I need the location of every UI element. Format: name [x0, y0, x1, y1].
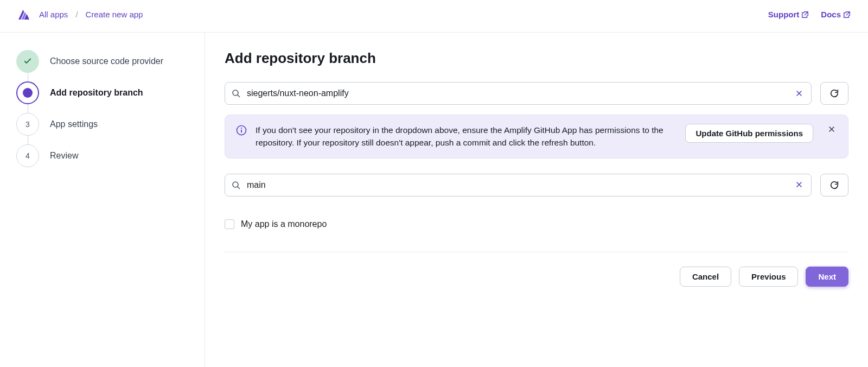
- step-label: Add repository branch: [50, 88, 143, 98]
- close-icon: [796, 181, 802, 188]
- cancel-button[interactable]: Cancel: [680, 267, 731, 287]
- svg-point-2: [241, 128, 242, 129]
- docs-link[interactable]: Docs: [821, 10, 851, 19]
- clear-repo-button[interactable]: [794, 86, 805, 102]
- support-label: Support: [768, 10, 800, 19]
- topbar-left: All apps / Create new app: [17, 8, 143, 21]
- amplify-logo-icon: [17, 8, 30, 21]
- main-content: Add repository branch If you don't see y…: [205, 33, 868, 367]
- breadcrumb-all-apps[interactable]: All apps: [39, 10, 68, 19]
- step-review[interactable]: 4 Review: [16, 144, 188, 176]
- branch-input[interactable]: [247, 180, 794, 190]
- monorepo-label[interactable]: My app is a monorepo: [241, 219, 327, 229]
- step-app-settings[interactable]: 3 App settings: [16, 113, 188, 144]
- topbar-right: Support Docs: [768, 10, 851, 19]
- breadcrumb-separator: /: [75, 10, 78, 19]
- update-github-permissions-button[interactable]: Update GitHub permissions: [685, 124, 813, 143]
- external-link-icon: [801, 11, 809, 18]
- step-label: Choose source code provider: [50, 56, 163, 66]
- refresh-repo-button[interactable]: [820, 82, 848, 105]
- check-icon: [23, 56, 33, 66]
- step-number: 3: [16, 113, 39, 136]
- refresh-icon: [829, 180, 839, 190]
- svg-rect-3: [241, 130, 242, 133]
- monorepo-checkbox[interactable]: [225, 219, 234, 229]
- info-message: If you don't see your repository in the …: [256, 124, 676, 149]
- close-icon: [828, 126, 835, 132]
- step-done-indicator: [16, 50, 39, 73]
- step-label: Review: [50, 151, 78, 161]
- clear-branch-button[interactable]: [794, 177, 805, 193]
- repository-select[interactable]: [225, 82, 812, 105]
- search-icon: [232, 89, 240, 98]
- page-title: Add repository branch: [225, 50, 848, 67]
- wizard-steps-sidebar: Choose source code provider Add reposito…: [0, 33, 205, 367]
- footer-buttons: Cancel Previous Next: [225, 267, 848, 287]
- external-link-icon: [843, 11, 851, 18]
- close-icon: [796, 90, 802, 97]
- repository-input[interactable]: [247, 88, 794, 98]
- step-label: App settings: [50, 119, 98, 129]
- support-link[interactable]: Support: [768, 10, 809, 19]
- breadcrumb-create-new-app[interactable]: Create new app: [86, 10, 143, 19]
- footer-divider: [225, 252, 848, 252]
- info-banner: If you don't see your repository in the …: [225, 115, 848, 159]
- step-choose-source[interactable]: Choose source code provider: [16, 50, 188, 81]
- repo-field-row: [225, 82, 848, 105]
- branch-field-row: [225, 174, 848, 197]
- dismiss-banner-button[interactable]: [826, 124, 837, 136]
- top-bar: All apps / Create new app Support Docs: [0, 0, 868, 33]
- page-body: Choose source code provider Add reposito…: [0, 33, 868, 367]
- info-icon: [236, 125, 247, 137]
- refresh-branch-button[interactable]: [820, 174, 848, 197]
- breadcrumb: All apps / Create new app: [39, 10, 143, 19]
- branch-select[interactable]: [225, 174, 812, 197]
- step-active-indicator: [16, 81, 39, 104]
- step-number: 4: [16, 144, 39, 167]
- refresh-icon: [829, 88, 839, 98]
- monorepo-row: My app is a monorepo: [225, 219, 848, 229]
- search-icon: [232, 181, 240, 189]
- step-add-repo-branch[interactable]: Add repository branch: [16, 81, 188, 113]
- docs-label: Docs: [821, 10, 841, 19]
- previous-button[interactable]: Previous: [739, 267, 798, 287]
- next-button[interactable]: Next: [806, 267, 848, 287]
